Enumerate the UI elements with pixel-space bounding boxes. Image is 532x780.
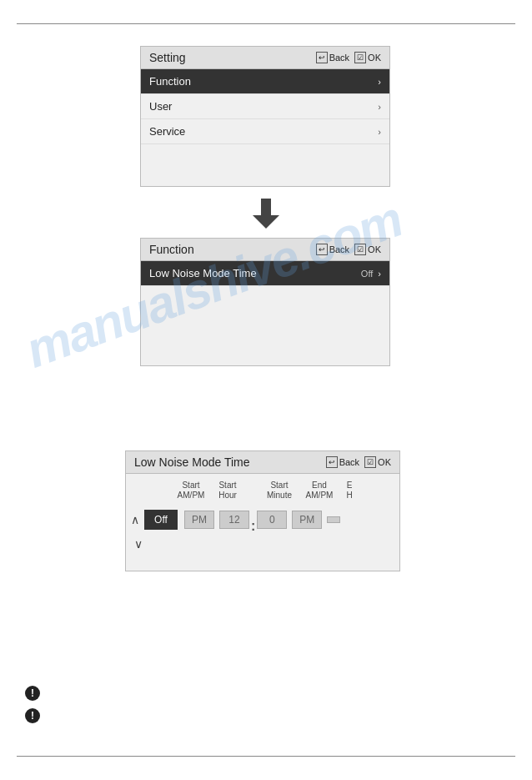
function-back-icon: ↩ bbox=[316, 244, 328, 255]
col-end-ampm-header: EndAM/PM bbox=[301, 481, 338, 504]
arrow-head-1 bbox=[253, 215, 279, 229]
start-hour-col: 12 bbox=[219, 511, 249, 529]
lnmt-ok-icon: ☑ bbox=[364, 456, 376, 468]
col-start-hour-header: StartHour bbox=[213, 481, 243, 504]
chevron-down[interactable]: ∨ bbox=[134, 537, 143, 551]
start-ampm-input[interactable]: PM bbox=[184, 511, 214, 529]
end-ampm-input[interactable]: PM bbox=[292, 511, 322, 529]
arrow-down-1 bbox=[253, 199, 279, 229]
function-ok-icon: ☑ bbox=[354, 244, 366, 255]
time-input-row: ∧ Off PM 12 : 0 bbox=[131, 506, 394, 534]
setting-panel-header: Setting ↩ Back ☑ OK bbox=[141, 47, 389, 69]
lnmt-panel-title: Low Noise Mode Time bbox=[134, 455, 250, 469]
low-noise-label: Low Noise Mode Time bbox=[149, 267, 257, 279]
ok-button[interactable]: ☑ OK bbox=[354, 52, 381, 63]
function-panel: Function ↩ Back ☑ OK Low Noise Mode Time… bbox=[140, 238, 390, 366]
chevron-down-row: ∨ bbox=[131, 537, 394, 551]
notice-section: ! ! bbox=[25, 685, 40, 730]
notice-icon-2: ! bbox=[25, 708, 40, 723]
notice-icon-1: ! bbox=[25, 686, 40, 701]
lnmt-panel-header: Low Noise Mode Time ↩ Back ☑ OK bbox=[126, 451, 399, 474]
time-separator: : bbox=[249, 519, 257, 534]
setting-panel: Setting ↩ Back ☑ OK Function › User › bbox=[140, 46, 390, 187]
low-noise-row[interactable]: Low Noise Mode Time Off › bbox=[141, 261, 389, 286]
panel1-empty bbox=[141, 144, 389, 186]
panel3-empty bbox=[126, 557, 399, 571]
end-hour-col bbox=[327, 516, 340, 523]
function-chevron: › bbox=[378, 77, 381, 87]
user-label: User bbox=[149, 100, 172, 113]
service-chevron: › bbox=[378, 127, 381, 137]
function-ok-button[interactable]: ☑ OK bbox=[354, 244, 381, 255]
notice-item-1: ! bbox=[25, 685, 40, 701]
chevron-up[interactable]: ∧ bbox=[131, 513, 139, 526]
lnmt-panel: Low Noise Mode Time ↩ Back ☑ OK StartAM/… bbox=[125, 450, 400, 571]
time-col-headers: StartAM/PM StartHour StartMinute EndAM/P… bbox=[131, 481, 394, 504]
low-noise-value: Off bbox=[361, 269, 373, 279]
setting-panel-title: Setting bbox=[149, 51, 186, 64]
function-row[interactable]: Function › bbox=[141, 69, 389, 94]
ok-icon: ☑ bbox=[354, 52, 366, 63]
back-icon: ↩ bbox=[316, 52, 328, 63]
lnmt-ok-button[interactable]: ☑ OK bbox=[364, 456, 391, 468]
col-start-ampm-header: StartAM/PM bbox=[173, 481, 209, 504]
col-start-minute-header: StartMinute bbox=[261, 481, 298, 504]
start-ampm-col: PM bbox=[183, 511, 216, 529]
notice-item-2: ! bbox=[25, 707, 40, 723]
off-button[interactable]: Off bbox=[144, 510, 178, 530]
start-minute-input[interactable]: 0 bbox=[257, 511, 287, 529]
end-hour-input[interactable] bbox=[327, 516, 340, 523]
time-setting-area: StartAM/PM StartHour StartMinute EndAM/P… bbox=[126, 474, 399, 557]
user-chevron: › bbox=[378, 102, 381, 112]
end-ampm-col: PM bbox=[290, 511, 324, 529]
start-hour-input[interactable]: 12 bbox=[219, 511, 249, 529]
function-panel-header: Function ↩ Back ☑ OK bbox=[141, 239, 389, 261]
low-noise-chevron: › bbox=[378, 269, 381, 279]
lnmt-panel-controls: ↩ Back ☑ OK bbox=[326, 456, 391, 468]
panel2-empty bbox=[141, 286, 389, 365]
setting-panel-controls: ↩ Back ☑ OK bbox=[316, 52, 381, 63]
bottom-rule bbox=[17, 756, 515, 757]
chevron-col: ∧ bbox=[131, 513, 139, 526]
service-label: Service bbox=[149, 125, 185, 138]
back-button[interactable]: ↩ Back bbox=[316, 52, 349, 63]
page-container: manualshive.com Setting ↩ Back ☑ OK Func… bbox=[0, 0, 532, 780]
arrow-shaft-1 bbox=[261, 199, 271, 215]
top-rule bbox=[17, 23, 515, 24]
service-row[interactable]: Service › bbox=[141, 119, 389, 144]
lnmt-back-button[interactable]: ↩ Back bbox=[326, 456, 359, 468]
function-panel-title: Function bbox=[149, 243, 194, 256]
user-row[interactable]: User › bbox=[141, 94, 389, 119]
function-label: Function bbox=[149, 75, 191, 88]
lnmt-back-icon: ↩ bbox=[326, 456, 338, 468]
start-minute-col: 0 bbox=[257, 511, 287, 529]
function-back-button[interactable]: ↩ Back bbox=[316, 244, 349, 255]
function-panel-controls: ↩ Back ☑ OK bbox=[316, 244, 381, 255]
col-end-h-header: EH bbox=[341, 481, 358, 504]
